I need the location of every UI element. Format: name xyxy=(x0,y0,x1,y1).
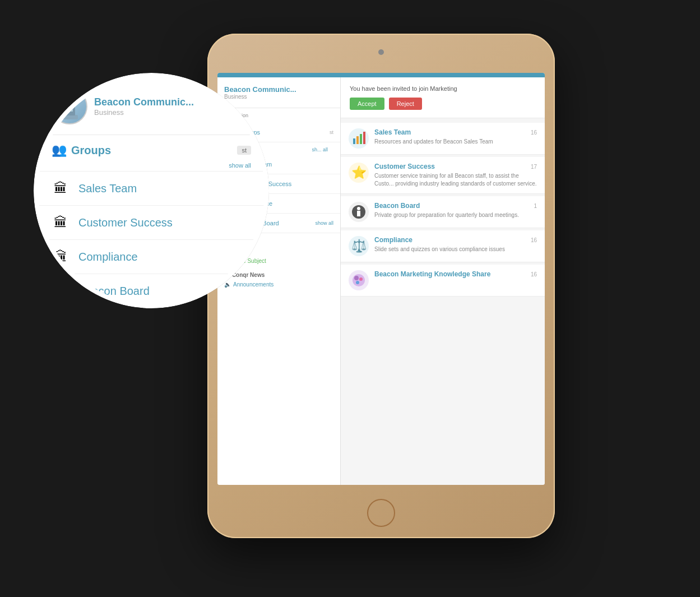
group-item-beacon-marketing[interactable]: Beacon Marketing Knowledge Share 16 xyxy=(341,265,545,297)
magnify-inner: Beacon Communic... Business 👥 Groups st … xyxy=(38,77,265,304)
beacon-board-group-header: Beacon Board 1 xyxy=(374,202,537,210)
customer-success-group-name: Customer Success xyxy=(374,163,435,170)
compliance-group-count: 16 xyxy=(531,237,537,243)
screen-header-bar xyxy=(217,73,545,77)
magnify-show-all-top[interactable]: show all xyxy=(38,162,265,171)
group-item-compliance[interactable]: ⚖️ Compliance 16 Slide sets and quizzes … xyxy=(341,230,545,262)
sidebar-search-badge: st xyxy=(330,129,333,135)
ipad-camera-dot xyxy=(378,49,384,55)
group-item-sales-team[interactable]: Sales Team 16 Resources and updates for … xyxy=(341,123,545,155)
sidebar-brand: Beacon Communic... Business xyxy=(217,77,340,108)
sidebar-brand-name: Beacon Communic... xyxy=(224,85,333,94)
magnify-brand-sub: Business xyxy=(94,108,194,117)
accept-button[interactable]: Accept xyxy=(350,98,384,110)
customer-success-group-info: Customer Success 17 Customer service tra… xyxy=(374,163,537,188)
beacon-marketing-group-name: Beacon Marketing Knowledge Share xyxy=(374,270,490,278)
compliance-scales-icon: ⚖️ xyxy=(351,239,367,253)
customer-success-star-icon: ⭐ xyxy=(351,165,367,180)
compliance-group-info: Compliance 16 Slide sets and quizzes on … xyxy=(374,236,537,253)
magnify-compliance-icon: 🏛 xyxy=(52,249,69,265)
beacon-marketing-group-info: Beacon Marketing Knowledge Share 16 xyxy=(374,270,537,278)
magnify-avatar xyxy=(52,89,87,124)
show-all-right[interactable]: show all xyxy=(315,220,333,226)
magnify-beacon-board-label: Beacon Board xyxy=(78,285,150,298)
sales-team-group-header: Sales Team 16 xyxy=(374,128,537,136)
magnify-brand-info: Beacon Communic... Business xyxy=(94,96,194,117)
groups-list: Sales Team 16 Resources and updates for … xyxy=(341,118,545,303)
svg-rect-2 xyxy=(360,134,362,144)
group-item-beacon-board[interactable]: Beacon Board 1 Private group for prepara… xyxy=(341,196,545,228)
svg-rect-0 xyxy=(353,138,355,144)
svg-rect-16 xyxy=(66,109,68,112)
magnify-groups-header[interactable]: 👥 Groups st xyxy=(38,135,265,162)
svg-rect-17 xyxy=(71,109,73,112)
invite-buttons: Accept Reject xyxy=(350,98,536,110)
screen-body: Beacon Communic... Business Darcy ion 👥 … xyxy=(217,77,545,485)
sales-team-group-icon xyxy=(349,128,369,149)
svg-marker-13 xyxy=(63,94,76,105)
sales-team-group-info: Sales Team 16 Resources and updates for … xyxy=(374,128,537,146)
magnify-sales-icon: 🏛 xyxy=(52,181,69,196)
beacon-marketing-group-header: Beacon Marketing Knowledge Share 16 xyxy=(374,270,537,278)
magnify-search-btn[interactable]: st xyxy=(237,146,251,155)
group-item-customer-success[interactable]: ⭐ Customer Success 17 Customer service t… xyxy=(341,157,545,194)
magnify-item-compliance[interactable]: 🏛 Compliance xyxy=(38,239,265,274)
compliance-group-header: Compliance 16 xyxy=(374,236,537,244)
customer-success-group-header: Customer Success 17 xyxy=(374,163,537,170)
magnify-sales-label: Sales Team xyxy=(78,182,137,195)
beacon-marketing-group-icon xyxy=(349,270,369,290)
magnify-brand-name: Beacon Communic... xyxy=(94,96,194,108)
magnify-beacon-board-icon: 🔒 xyxy=(52,283,69,299)
invite-banner: You have been invited to join Marketing … xyxy=(341,77,545,118)
beacon-board-group-icon xyxy=(349,202,369,222)
reject-button[interactable]: Reject xyxy=(389,98,422,110)
sidebar-brand-sub: Business xyxy=(224,94,333,100)
svg-rect-11 xyxy=(61,115,78,119)
invite-text: You have been invited to join Marketing xyxy=(350,85,536,92)
magnify-circle: Beacon Communic... Business 👥 Groups st … xyxy=(34,73,269,308)
svg-point-5 xyxy=(357,207,360,210)
magnify-groups-icon: 👥 xyxy=(52,143,67,158)
ipad-frame: Beacon Communic... Business Darcy ion 👥 … xyxy=(207,34,555,538)
beacon-board-group-desc: Private group for preparation for quarte… xyxy=(374,211,537,219)
beacon-board-group-name: Beacon Board xyxy=(374,202,420,210)
compliance-group-icon: ⚖️ xyxy=(349,236,369,256)
magnify-customer-label: Customer Success xyxy=(78,216,173,229)
magnify-groups-label: Groups xyxy=(71,144,111,157)
svg-point-10 xyxy=(356,281,359,284)
customer-success-group-count: 17 xyxy=(531,164,537,170)
svg-point-8 xyxy=(354,276,359,280)
sidebar-show-all[interactable]: sh... all xyxy=(305,145,335,154)
sidebar-announcements[interactable]: 🔈 Announcements xyxy=(217,279,340,290)
svg-rect-6 xyxy=(357,211,360,216)
beacon-board-group-info: Beacon Board 1 Private group for prepara… xyxy=(374,202,537,219)
ipad-screen: Beacon Communic... Business Darcy ion 👥 … xyxy=(217,73,545,485)
sales-team-group-desc: Resources and updates for Beacon Sales T… xyxy=(374,138,537,146)
sales-team-group-name: Sales Team xyxy=(374,128,411,136)
svg-point-7 xyxy=(353,274,365,286)
compliance-group-desc: Slide sets and quizzes on various compli… xyxy=(374,246,537,253)
beacon-board-group-count: 1 xyxy=(534,203,537,209)
customer-success-group-icon: ⭐ xyxy=(349,163,369,183)
beacon-marketing-group-count: 16 xyxy=(531,271,537,277)
svg-rect-3 xyxy=(363,132,365,144)
main-content: You have been invited to join Marketing … xyxy=(341,77,545,485)
magnify-item-customer-success[interactable]: 🏛 Customer Success xyxy=(38,205,265,239)
compliance-group-name: Compliance xyxy=(374,236,412,244)
announcements-icon: 🔈 xyxy=(224,281,231,288)
sales-team-group-count: 16 xyxy=(531,129,537,136)
svg-rect-12 xyxy=(64,107,75,115)
svg-rect-14 xyxy=(67,92,72,97)
magnify-item-sales-team[interactable]: 🏛 Sales Team xyxy=(38,171,265,205)
magnify-compliance-label: Compliance xyxy=(78,251,138,263)
svg-rect-1 xyxy=(356,136,359,144)
svg-point-9 xyxy=(359,277,363,281)
magnify-customer-icon: 🏛 xyxy=(52,215,69,230)
ipad-home-button[interactable] xyxy=(367,499,395,527)
customer-success-group-desc: Customer service training for all Beacon… xyxy=(374,172,537,188)
svg-rect-15 xyxy=(65,91,74,94)
